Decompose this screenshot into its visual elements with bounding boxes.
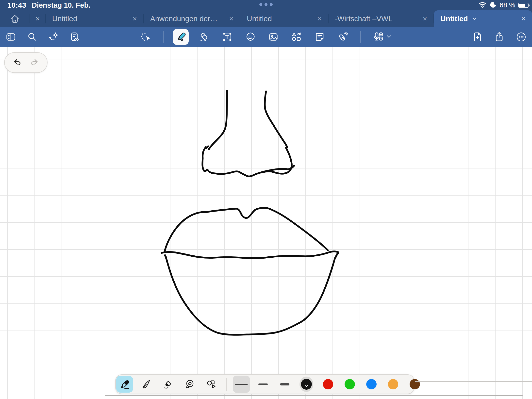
pen-style-tape[interactable] bbox=[183, 377, 197, 391]
toolbar-separator bbox=[360, 31, 361, 43]
sticky-note-tool-button[interactable] bbox=[314, 31, 326, 43]
pen-bar-separator bbox=[226, 378, 227, 391]
pen-style-brush-pen[interactable] bbox=[139, 377, 153, 391]
tab-untitled-1[interactable]: Untitled × bbox=[46, 10, 143, 27]
pen-style-fountain-pen[interactable] bbox=[116, 376, 133, 393]
sketch-stroke bbox=[165, 208, 328, 252]
drawing-canvas[interactable] bbox=[0, 47, 532, 399]
wifi-icon bbox=[478, 1, 487, 9]
sticker-tool-button[interactable] bbox=[244, 31, 256, 43]
multitask-dots-icon[interactable] bbox=[259, 3, 273, 6]
battery-percent: 68 % bbox=[499, 1, 515, 9]
sketch-stroke bbox=[202, 147, 294, 176]
share-icon bbox=[494, 31, 505, 43]
ai-assist-button[interactable] bbox=[47, 31, 59, 43]
eraser-icon bbox=[198, 31, 210, 43]
chevron-down-icon[interactable] bbox=[471, 16, 477, 22]
insert-shapes-icon bbox=[206, 379, 217, 390]
tape-icon bbox=[184, 379, 195, 390]
laser-pointer-icon bbox=[337, 31, 349, 43]
page-indicator-line bbox=[415, 381, 532, 382]
focus-moon-icon bbox=[490, 1, 497, 9]
tab-untitled-2[interactable]: Untitled × bbox=[240, 10, 328, 27]
chevron-down-icon[interactable] bbox=[386, 33, 392, 41]
reader-view-button[interactable] bbox=[68, 31, 80, 43]
color-swatch-blue[interactable] bbox=[365, 377, 378, 391]
color-swatch-black-selected[interactable] bbox=[299, 377, 313, 391]
tab-title: Untitled bbox=[52, 15, 132, 23]
color-swatch-brown[interactable] bbox=[408, 377, 422, 391]
pen-style-highlighter[interactable] bbox=[161, 377, 175, 391]
tab-anwendungen[interactable]: Anwendungen der… × bbox=[144, 10, 240, 27]
close-icon[interactable]: × bbox=[30, 10, 45, 27]
color-dot-black bbox=[301, 379, 312, 390]
sketch-stroke bbox=[166, 253, 338, 335]
eraser-tool-button[interactable] bbox=[198, 31, 210, 43]
redo-button[interactable] bbox=[29, 57, 40, 68]
tab-untitled-active[interactable]: Untitled × bbox=[434, 10, 532, 27]
color-dot-orange bbox=[388, 379, 398, 389]
color-swatch-red[interactable] bbox=[321, 377, 335, 391]
laser-pointer-tool-button[interactable] bbox=[337, 31, 349, 43]
more-ellipsis-icon bbox=[515, 31, 527, 43]
undo-button[interactable] bbox=[12, 57, 22, 68]
share-button[interactable] bbox=[494, 31, 505, 43]
image-icon bbox=[268, 31, 279, 43]
tab-bar: × Untitled × Anwendungen der… × Untitled… bbox=[0, 10, 532, 27]
color-dot-red bbox=[323, 379, 333, 389]
pen-icon bbox=[175, 31, 187, 43]
brush-pen-icon bbox=[141, 379, 152, 390]
tab-title: Untitled bbox=[247, 15, 316, 23]
search-button[interactable] bbox=[26, 31, 38, 43]
fountain-pen-icon bbox=[119, 379, 130, 390]
home-button[interactable] bbox=[0, 10, 30, 27]
sidebar-toggle-button[interactable] bbox=[5, 31, 17, 43]
color-swatch-green[interactable] bbox=[343, 377, 357, 391]
status-date: Dienstag 10. Feb. bbox=[32, 1, 91, 9]
pen-tool-button-selected[interactable] bbox=[173, 29, 189, 45]
color-dot-green bbox=[345, 379, 355, 389]
record-audio-button[interactable] bbox=[372, 31, 384, 43]
close-icon[interactable]: × bbox=[316, 15, 323, 23]
more-options-button[interactable] bbox=[515, 31, 527, 43]
home-icon bbox=[9, 13, 20, 24]
microphone-icon bbox=[372, 31, 383, 43]
undo-icon bbox=[12, 57, 22, 67]
lasso-tool-button[interactable] bbox=[140, 31, 152, 43]
color-dot-blue bbox=[366, 379, 377, 389]
close-icon[interactable]: × bbox=[228, 15, 234, 23]
stroke-width-thick[interactable] bbox=[278, 377, 292, 391]
sketch-stroke bbox=[209, 91, 227, 149]
chevron-down-icon bbox=[304, 384, 309, 388]
stroke-width-medium[interactable] bbox=[256, 377, 270, 391]
pen-style-shapes[interactable] bbox=[204, 377, 218, 391]
sketch-stroke bbox=[162, 251, 338, 258]
stroke-width-thin[interactable] bbox=[233, 376, 250, 393]
redo-icon bbox=[29, 57, 40, 67]
sketch-stroke bbox=[265, 91, 287, 148]
status-bar: 10:43 Dienstag 10. Feb. 68 % bbox=[0, 0, 532, 10]
image-tool-button[interactable] bbox=[267, 31, 279, 43]
text-tool-button[interactable] bbox=[221, 31, 233, 43]
add-page-button[interactable] bbox=[472, 31, 484, 43]
undo-redo-pill bbox=[4, 52, 48, 73]
shapes-icon bbox=[291, 31, 302, 43]
close-icon[interactable]: × bbox=[132, 15, 138, 23]
tab-title: -Wirtschaft –VWL bbox=[335, 15, 422, 23]
sketch-svg bbox=[0, 47, 532, 399]
horizontal-scrollbar[interactable] bbox=[105, 395, 523, 396]
tab-wirtschaft-vwl[interactable]: -Wirtschaft –VWL × bbox=[329, 10, 433, 27]
sticker-smiley-icon bbox=[245, 31, 256, 43]
pen-options-bar bbox=[115, 374, 414, 394]
document-eye-icon bbox=[69, 31, 80, 43]
text-box-icon bbox=[221, 31, 233, 43]
close-icon[interactable]: × bbox=[422, 15, 428, 23]
close-icon[interactable]: × bbox=[520, 15, 527, 23]
color-swatch-orange[interactable] bbox=[386, 377, 400, 391]
selected-color-halo bbox=[299, 377, 313, 392]
tab-title: Untitled bbox=[440, 15, 468, 23]
sticky-note-icon bbox=[314, 31, 325, 43]
highlighter-icon bbox=[162, 379, 174, 390]
search-icon bbox=[26, 31, 38, 43]
shapes-tool-button[interactable] bbox=[291, 31, 302, 43]
